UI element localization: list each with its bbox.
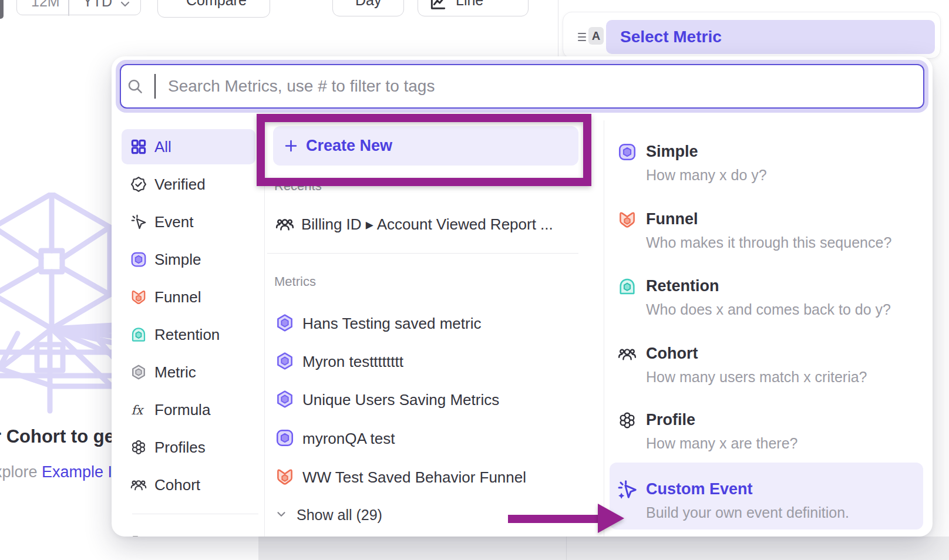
day-granularity-button[interactable]: Day: [332, 0, 404, 16]
select-metric-pill[interactable]: Select Metric: [606, 20, 935, 54]
type-row-custom-event[interactable]: Custom Event Build your own event defini…: [646, 480, 849, 521]
day-label: Day: [355, 0, 381, 9]
sidebar-item-metric[interactable]: Metric: [122, 355, 255, 390]
type-row-simple[interactable]: Simple How many x do y?: [646, 142, 767, 184]
sidebar-item-simple[interactable]: Simple: [122, 242, 255, 277]
retention-icon: [130, 326, 147, 343]
table-column-divider: [566, 537, 567, 560]
metric-item-label: Myron testttttttt: [302, 353, 403, 370]
custom-event-icon: [616, 478, 638, 501]
type-title: Retention: [646, 276, 891, 295]
type-row-cohort[interactable]: Cohort How many users match x criteria?: [646, 344, 867, 386]
type-row-profile[interactable]: Profile How many x are there?: [646, 410, 797, 452]
show-all-toggle[interactable]: Show all (29): [267, 501, 443, 527]
sidebar-item-label: Event: [154, 213, 194, 231]
type-desc: Who makes it through this sequence?: [646, 234, 891, 251]
metric-list-item[interactable]: Unique Users Saving Metrics: [267, 382, 584, 416]
type-title: Simple: [646, 142, 767, 161]
empty-state-headline-fragment: r Cohort to ge: [0, 426, 115, 447]
compare-button[interactable]: Compare: [157, 0, 270, 18]
type-row-funnel[interactable]: Funnel Who makes it through this sequenc…: [646, 210, 891, 251]
sidebar-item-formula[interactable]: fx Formula: [122, 392, 255, 427]
line-chart-icon: [429, 0, 447, 12]
simple-icon: [130, 251, 147, 268]
chevron-down-icon: [118, 0, 132, 11]
type-desc: How many x are there?: [646, 434, 797, 452]
sidebar-item-label: Funnel: [154, 288, 201, 306]
metrics-section-label: Metrics: [274, 275, 316, 288]
sidebar-item-profiles[interactable]: Profiles: [122, 430, 255, 465]
sidebar-item-label: Simple: [154, 251, 201, 269]
type-title: Custom Event: [646, 480, 849, 498]
simple-icon: [617, 142, 637, 162]
profiles-icon: [130, 438, 147, 456]
sidebar-item-label: Tags: [154, 534, 187, 537]
metric-item-label: WW Test Saved Behavior Funnel: [302, 469, 526, 485]
compare-label: Compare: [186, 0, 247, 9]
annotation-highlight-box: [257, 114, 591, 186]
profiles-icon: [617, 410, 637, 430]
svg-text:fx: fx: [132, 403, 145, 417]
recent-item-row[interactable]: Billing ID ▸ Account Viewed Report ...: [267, 208, 584, 239]
funnel-icon: [275, 467, 295, 487]
drag-handle-icon[interactable]: [577, 31, 587, 43]
screenshot-stage: 12M YTD Compare Day Line: [0, 0, 949, 560]
sidebar-item-retention[interactable]: Retention: [122, 317, 255, 352]
range-ytd-button[interactable]: YTD: [83, 0, 112, 10]
annotation-arrow: [508, 515, 598, 523]
type-title: Cohort: [646, 344, 867, 363]
sidebar-item-event[interactable]: Event: [122, 204, 255, 239]
sidebar-item-label: Verified: [154, 176, 206, 194]
example-reports-link[interactable]: Example I: [42, 463, 112, 481]
sidebar-item-label: Profiles: [154, 438, 206, 457]
report-table-area: [258, 537, 949, 560]
sidebar-item-tags[interactable]: Tags: [122, 525, 255, 537]
sidebar-item-verified[interactable]: Verified: [122, 167, 255, 202]
sidebar-item-label: Retention: [154, 326, 220, 344]
types-panel-divider: [604, 120, 604, 537]
formula-icon: fx: [130, 401, 147, 419]
sidebar-item-funnel[interactable]: Funnel: [122, 279, 255, 315]
simple-icon: [275, 428, 295, 448]
type-title: Funnel: [646, 210, 891, 228]
metric-item-label: myronQA test: [302, 430, 395, 447]
series-row-badge: A: [588, 27, 604, 45]
metric-item-label: Hans Testing saved metric: [302, 315, 481, 332]
metric-hexagon-icon: [275, 351, 295, 371]
metric-list-item[interactable]: WW Test Saved Behavior Funnel: [267, 460, 584, 494]
sidebar-item-label: Formula: [154, 401, 210, 419]
sidebar-item-all[interactable]: All: [122, 129, 255, 164]
sidebar-item-cohort[interactable]: Cohort: [122, 467, 255, 502]
cohort-icon: [617, 344, 637, 364]
type-desc: How many x do y?: [646, 166, 767, 184]
range-12m-button[interactable]: 12M: [31, 0, 60, 10]
type-desc: How many users match x criteria?: [646, 368, 867, 386]
line-chart-type-button[interactable]: Line: [418, 0, 529, 16]
event-cursor-icon: [130, 213, 147, 231]
metric-list-item[interactable]: myronQA test: [267, 421, 584, 455]
metric-hexagon-icon: [275, 313, 295, 333]
annotation-arrowhead-icon: [598, 504, 624, 533]
segment-divider: [68, 0, 69, 16]
type-title: Profile: [646, 410, 797, 429]
text-cursor: [154, 74, 156, 99]
show-all-label: Show all (29): [297, 507, 382, 524]
metric-list-item[interactable]: Myron testttttttt: [267, 344, 584, 378]
cut-off-control-fragment: [0, 0, 4, 19]
search-input[interactable]: [120, 64, 924, 109]
metric-hexagon-icon: [275, 389, 295, 409]
metric-item-label: Unique Users Saving Metrics: [302, 392, 499, 408]
metric-hexagon-icon: [130, 363, 147, 381]
page-column-divider: [558, 0, 558, 56]
type-row-retention[interactable]: Retention Who does x and comes back to d…: [646, 276, 891, 318]
chevron-down-icon: [275, 508, 288, 521]
type-desc: Build your own event definition.: [646, 504, 849, 521]
recent-item-label: Billing ID ▸ Account Viewed Report ...: [301, 216, 553, 232]
sidebar-bottom-divider: [132, 514, 258, 514]
recents-divider: [267, 253, 578, 254]
empty-state-explore-line: xplore Example I: [0, 463, 112, 481]
metric-list-item[interactable]: Hans Testing saved metric: [267, 306, 584, 340]
line-label: Line: [456, 0, 483, 9]
date-range-segmented-control[interactable]: 12M YTD: [16, 0, 141, 15]
tag-icon: [130, 534, 147, 537]
